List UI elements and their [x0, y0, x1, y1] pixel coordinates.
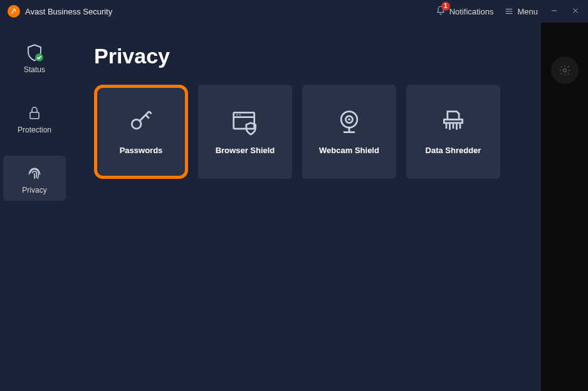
- titlebar-left: Avast Business Security: [8, 5, 112, 18]
- shredder-icon: [439, 109, 467, 134]
- sidebar: Status Protection Privacy: [0, 23, 69, 201]
- svg-point-5: [239, 114, 241, 115]
- tile-browser-shield[interactable]: Browser Shield: [198, 85, 292, 179]
- tile-label: Browser Shield: [216, 146, 275, 155]
- avast-logo-icon: [8, 5, 20, 18]
- svg-point-8: [348, 118, 350, 121]
- sidebar-item-label: Status: [24, 65, 45, 74]
- tile-webcam-shield[interactable]: Webcam Shield: [302, 85, 396, 179]
- sidebar-item-protection[interactable]: Protection: [3, 95, 66, 141]
- right-panel: [541, 23, 588, 391]
- shield-check-icon: [25, 44, 44, 62]
- menu-button[interactable]: Menu: [505, 7, 538, 16]
- lock-icon: [27, 104, 42, 122]
- sidebar-item-privacy[interactable]: Privacy: [3, 156, 66, 201]
- tiles-row: Passwords Browser Shield: [94, 85, 538, 179]
- page-title: Privacy: [94, 44, 538, 68]
- svg-point-2: [132, 119, 141, 129]
- close-button[interactable]: [570, 6, 580, 16]
- tile-label: Data Shredder: [426, 146, 481, 155]
- tile-label: Passwords: [120, 146, 163, 155]
- tile-label: Webcam Shield: [319, 146, 379, 155]
- menu-label: Menu: [517, 7, 538, 16]
- svg-point-4: [236, 114, 238, 115]
- content-area: Privacy Passwords Browser S: [94, 44, 538, 179]
- tile-data-shredder[interactable]: Data Shredder: [406, 85, 500, 179]
- webcam-icon: [335, 109, 363, 134]
- gear-icon: [559, 64, 571, 77]
- browser-shield-icon: [231, 109, 259, 134]
- notifications-button[interactable]: 1 Notifications: [436, 6, 494, 18]
- app-title: Avast Business Security: [25, 7, 112, 16]
- svg-point-9: [563, 69, 566, 72]
- hamburger-icon: [505, 7, 513, 16]
- key-icon: [127, 109, 155, 134]
- svg-rect-1: [30, 112, 39, 119]
- minimize-button[interactable]: [549, 6, 559, 16]
- tile-passwords[interactable]: Passwords: [94, 85, 188, 179]
- titlebar-right: 1 Notifications Menu: [436, 6, 580, 18]
- sidebar-item-status[interactable]: Status: [3, 35, 66, 80]
- bell-icon: 1: [436, 6, 446, 18]
- sidebar-item-label: Privacy: [22, 186, 46, 195]
- notifications-badge: 1: [441, 2, 450, 11]
- sidebar-item-label: Protection: [18, 126, 51, 134]
- settings-button[interactable]: [551, 56, 579, 84]
- titlebar: Avast Business Security 1 Notifications …: [0, 0, 588, 23]
- notifications-label: Notifications: [449, 7, 494, 16]
- fingerprint-icon: [26, 164, 43, 182]
